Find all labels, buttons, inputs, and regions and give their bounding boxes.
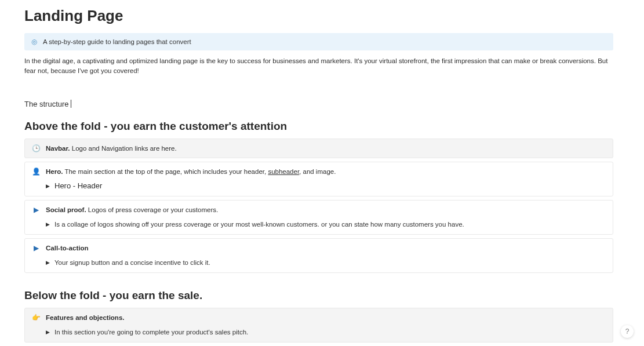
block-text: Navbar. Logo and Navigation links are he… bbox=[46, 144, 606, 153]
play-icon: ▶ bbox=[32, 205, 40, 214]
block-cta[interactable]: ▶ Call-to-action ▶ Your signup button an… bbox=[24, 238, 613, 273]
triangle-icon: ▶ bbox=[46, 219, 50, 230]
page-title: Landing Page bbox=[24, 7, 613, 25]
structure-heading[interactable]: The structure bbox=[24, 100, 613, 108]
intro-paragraph: In the digital age, a captivating and op… bbox=[24, 56, 613, 77]
toggle-row[interactable]: ▶ Your signup button and a concise incen… bbox=[46, 257, 606, 268]
above-fold-group: 🕒 Navbar. Logo and Navigation links are … bbox=[24, 139, 613, 273]
block-navbar[interactable]: 🕒 Navbar. Logo and Navigation links are … bbox=[24, 139, 613, 158]
document-page: Landing Page ◎ A step-by-step guide to l… bbox=[0, 0, 638, 346]
clock-icon: 🕒 bbox=[32, 144, 40, 153]
block-features[interactable]: 👉 Features and objections. ▶ In this sec… bbox=[24, 308, 613, 343]
block-text: Call-to-action bbox=[46, 243, 606, 253]
summary-callout: ◎ A step-by-step guide to landing pages … bbox=[24, 33, 613, 50]
person-icon: 👤 bbox=[32, 167, 40, 176]
toggle-row[interactable]: ▶ Is a collage of logos showing off your… bbox=[46, 219, 606, 230]
block-text: Hero. The main section at the top of the… bbox=[46, 167, 606, 176]
play-icon: ▶ bbox=[32, 243, 40, 253]
target-icon: ◎ bbox=[31, 38, 37, 46]
toggle-row[interactable]: ▶ Hero - Header bbox=[46, 181, 606, 191]
triangle-icon: ▶ bbox=[46, 327, 50, 337]
triangle-icon: ▶ bbox=[46, 181, 50, 191]
subheader-link[interactable]: subheader bbox=[268, 168, 299, 175]
pointer-icon: 👉 bbox=[32, 313, 40, 322]
below-fold-heading: Below the fold - you earn the sale. bbox=[24, 289, 613, 302]
below-fold-group: 👉 Features and objections. ▶ In this sec… bbox=[24, 308, 613, 347]
block-text: Social proof. Logos of press coverage or… bbox=[46, 205, 606, 214]
block-social-proof[interactable]: ▶ Social proof. Logos of press coverage … bbox=[24, 200, 613, 235]
callout-text: A step-by-step guide to landing pages th… bbox=[43, 38, 191, 45]
block-hero[interactable]: 👤 Hero. The main section at the top of t… bbox=[24, 162, 613, 196]
above-fold-heading: Above the fold - you earn the customer's… bbox=[24, 120, 613, 133]
toggle-row[interactable]: ▶ In this section you're going to comple… bbox=[46, 327, 606, 337]
triangle-icon: ▶ bbox=[46, 257, 50, 268]
block-text: Features and objections. bbox=[46, 313, 606, 322]
help-button[interactable]: ? bbox=[621, 325, 634, 338]
text-cursor bbox=[71, 100, 71, 108]
